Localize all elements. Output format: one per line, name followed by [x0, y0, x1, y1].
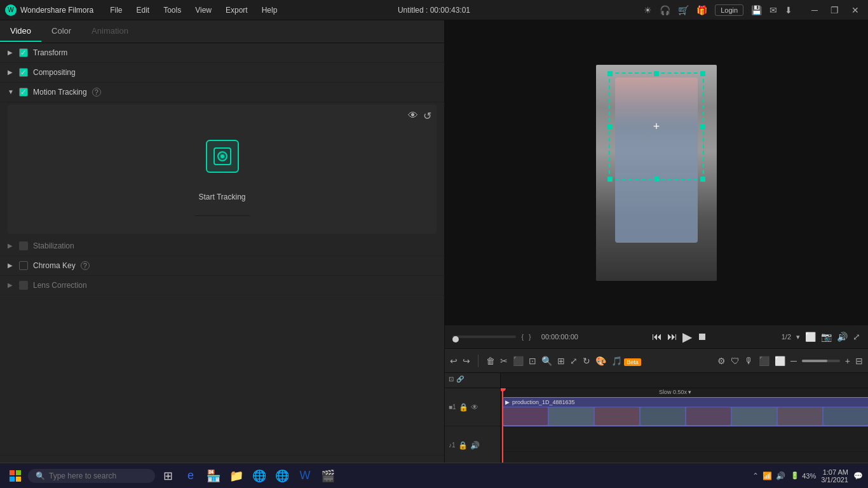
sound-icon[interactable]: 🔊	[776, 471, 785, 480]
gift-icon[interactable]: 🎁	[696, 5, 707, 15]
timeline-divider-icon[interactable]: ⊟	[855, 356, 863, 366]
beta-badge: Beta	[624, 358, 641, 366]
compositing-label: Compositing	[33, 68, 76, 77]
audio-track-number: ♪1	[449, 442, 456, 449]
timeline-fullscreen-icon[interactable]: ⤢	[570, 356, 578, 366]
timeline-pip-icon[interactable]: ⊞	[557, 356, 565, 366]
track-link-icon[interactable]: 🔗	[456, 376, 464, 383]
timeline-settings-icon[interactable]: ⚙	[717, 356, 726, 366]
audio-mute-icon[interactable]: 🔊	[470, 441, 480, 450]
taskbar-right: ⌃ 📶 🔊 🔋 43% 1:07 AM 3/1/2021 💬	[752, 468, 863, 484]
mt-label: Motion Tracking	[33, 88, 87, 97]
menu-help[interactable]: Help	[255, 3, 284, 17]
ruler-stub: ⊡ 🔗	[445, 373, 501, 388]
timeline-delete-icon[interactable]: 🗑	[486, 356, 495, 366]
thumb-7	[778, 407, 822, 425]
audio-lock-icon[interactable]: 🔒	[458, 441, 468, 450]
tab-color[interactable]: Color	[41, 21, 81, 42]
maximize-button[interactable]: ❐	[827, 5, 843, 15]
network-icon[interactable]: 📶	[763, 471, 772, 480]
left-panel: Video Color Animation ▶ ✓ Transform ▶ ✓ …	[0, 20, 445, 488]
compositing-checkbox[interactable]: ✓	[19, 68, 28, 77]
taskbar-chrome2[interactable]: 🌐	[272, 466, 292, 486]
timeline-mask-icon[interactable]: 🛡	[731, 356, 740, 366]
tray-chevron-icon[interactable]: ⌃	[752, 471, 759, 480]
preview-fullscreen-icon[interactable]: ⬜	[805, 332, 816, 342]
tab-video[interactable]: Video	[0, 21, 41, 42]
menu-tools[interactable]: Tools	[157, 3, 187, 17]
taskbar-filmora[interactable]: 🎬	[318, 466, 338, 486]
menu-bar: File Edit Tools View Export Help	[104, 3, 644, 17]
property-tabs: Video Color Animation	[0, 20, 444, 43]
taskbar-folder[interactable]: 📁	[226, 466, 247, 486]
taskbar-chrome[interactable]: 🌐	[249, 466, 269, 486]
preview-expand-icon[interactable]: ⤢	[853, 332, 860, 342]
taskbar-store[interactable]: 🏪	[203, 466, 224, 486]
taskbar-search[interactable]: 🔍	[28, 469, 155, 483]
mt-checkbox[interactable]: ✓	[19, 88, 28, 97]
menu-edit[interactable]: Edit	[130, 3, 156, 17]
timeline-transition-icon[interactable]: ⬛	[759, 356, 770, 366]
timeline-zoom-out-icon[interactable]: ─	[790, 356, 797, 366]
preview-volume-icon[interactable]: 🔊	[837, 332, 848, 342]
progress-bar[interactable]	[452, 336, 516, 338]
timeline-zoom-icon[interactable]: 🔍	[541, 356, 552, 366]
headphones-icon[interactable]: 🎧	[660, 5, 670, 15]
sun-icon[interactable]: ☀	[644, 5, 652, 15]
motion-tracking-section[interactable]: ▼ ✓ Motion Tracking ?	[0, 83, 444, 102]
clock-time: 1:07 AM	[821, 468, 848, 476]
taskbar-word[interactable]: W	[295, 466, 315, 486]
taskbar-edge[interactable]: e	[180, 466, 201, 486]
preview-screenshot-icon[interactable]: 📷	[821, 332, 832, 342]
mail-icon[interactable]: ✉	[770, 5, 777, 15]
titlebar: W Wondershare Filmora File Edit Tools Vi…	[0, 0, 868, 20]
transform-checkbox[interactable]: ✓	[19, 48, 28, 57]
menu-file[interactable]: File	[104, 3, 128, 17]
video-clip[interactable]: ▶ production_1D_4881635	[502, 397, 868, 426]
compositing-section[interactable]: ▶ ✓ Compositing	[0, 63, 444, 83]
mt-eye-icon[interactable]: 👁	[408, 110, 418, 122]
lc-checkbox	[19, 281, 28, 290]
track-snap-icon[interactable]: ⊡	[449, 376, 454, 383]
timeline-color-icon[interactable]: 🎨	[595, 356, 606, 366]
timeline-voiceover-icon[interactable]: 🎙	[745, 356, 754, 366]
search-input[interactable]	[49, 471, 144, 480]
timeline-redo-icon[interactable]: ↪	[463, 356, 470, 366]
taskbar-task-view[interactable]: ⊞	[158, 466, 178, 486]
mt-reset-icon[interactable]: ↺	[423, 110, 431, 122]
download-icon[interactable]: ⬇	[785, 5, 792, 15]
close-button[interactable]: ✕	[848, 5, 863, 15]
ck-checkbox[interactable]	[19, 261, 28, 270]
start-tracking-button[interactable]: Start Tracking	[194, 140, 249, 216]
timeline-zoom-in-icon[interactable]: +	[845, 356, 850, 366]
timeline-cut-icon[interactable]: ✂	[500, 356, 508, 366]
transform-section[interactable]: ▶ ✓ Transform	[0, 43, 444, 63]
chroma-key-section[interactable]: ▶ Chroma Key ?	[0, 256, 444, 276]
skip-back-button[interactable]: ⏮	[652, 331, 662, 342]
progress-handle[interactable]	[452, 336, 459, 342]
timeline-crop-icon[interactable]: ⊡	[529, 356, 536, 366]
minimize-button[interactable]: ─	[808, 5, 822, 15]
mt-help-icon[interactable]: ?	[92, 88, 101, 97]
track-lock-icon[interactable]: 🔒	[459, 403, 468, 412]
timeline-subtitle-icon[interactable]: ⬜	[775, 356, 785, 366]
menu-view[interactable]: View	[189, 3, 218, 17]
save-icon[interactable]: 💾	[751, 5, 762, 15]
ck-help-icon[interactable]: ?	[81, 261, 90, 270]
frame-back-button[interactable]: ⏭	[667, 331, 677, 342]
login-button[interactable]: Login	[715, 4, 743, 16]
zoom-dropdown-icon[interactable]: ▾	[796, 333, 800, 341]
notification-icon[interactable]: 💬	[853, 471, 863, 480]
timeline-trim-icon[interactable]: ⬛	[513, 356, 524, 366]
menu-export[interactable]: Export	[219, 3, 254, 17]
stop-button[interactable]: ⏹	[697, 331, 707, 342]
timeline-audio-icon[interactable]: 🎵	[611, 356, 622, 366]
track-eye-icon[interactable]: 👁	[471, 403, 478, 412]
start-button[interactable]	[5, 466, 25, 486]
speed-dropdown-icon[interactable]: ▾	[688, 389, 691, 395]
audio-track-label: ♪1 🔒 🔊	[445, 426, 500, 464]
timeline-undo-icon[interactable]: ↩	[450, 356, 458, 366]
shop-icon[interactable]: 🛒	[678, 5, 689, 15]
play-button[interactable]: ▶	[682, 329, 692, 344]
timeline-rotate-icon[interactable]: ↻	[583, 356, 590, 366]
